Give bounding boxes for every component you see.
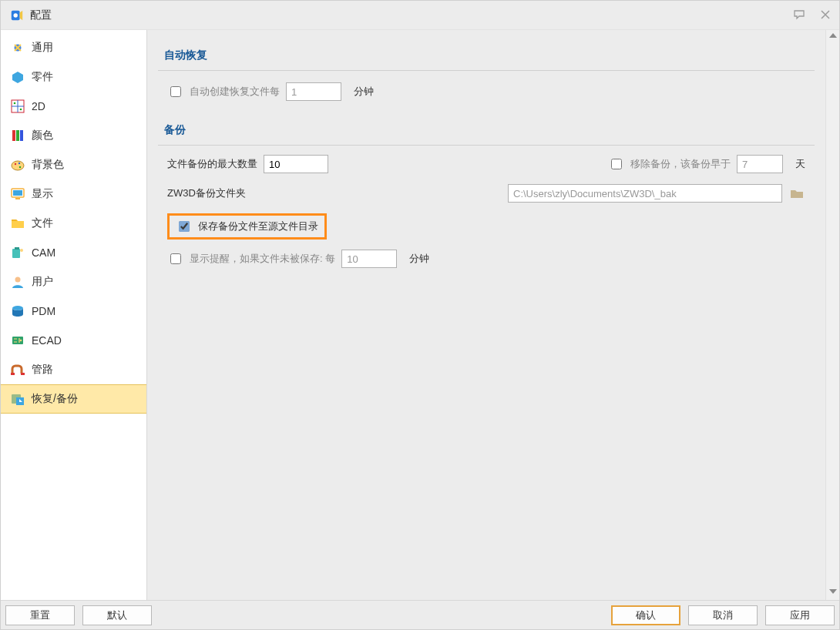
sidebar-item-pdm[interactable]: PDM <box>1 297 146 326</box>
sidebar-item-label: 恢复/备份 <box>32 392 78 406</box>
unit-label: 天 <box>795 157 805 171</box>
svg-rect-7 <box>16 130 19 141</box>
checkbox-remove-backup[interactable]: 移除备份，该备份早于 <box>608 156 731 172</box>
content-area: 自动恢复 自动创建恢复文件每 分钟 备份 <box>147 30 839 600</box>
sidebar-item-label: PDM <box>32 305 55 317</box>
svg-point-1 <box>14 13 18 17</box>
checkbox-label: 自动创建恢复文件每 <box>190 85 280 99</box>
ok-button[interactable]: 确认 <box>611 605 680 625</box>
reset-button[interactable]: 重置 <box>5 605 75 625</box>
palette-icon <box>10 128 25 143</box>
gear-icon <box>10 40 25 55</box>
remove-days-input[interactable] <box>737 155 783 173</box>
sidebar-item-part[interactable]: 零件 <box>1 62 146 92</box>
section-header-backup: 备份 <box>158 117 815 146</box>
checkbox-label: 保存备份文件至源文件目录 <box>198 219 318 233</box>
recover-icon <box>10 391 25 407</box>
svg-point-5 <box>20 109 22 111</box>
sidebar-item-recover-backup[interactable]: 恢复/备份 <box>1 384 146 414</box>
sidebar-item-user[interactable]: 用户 <box>1 267 146 297</box>
default-button[interactable]: 默认 <box>82 605 152 625</box>
backup-folder-label: ZW3D备份文件夹 <box>167 186 246 200</box>
part-icon <box>10 69 25 85</box>
checkbox-label: 显示提醒，如果文件未被保存: 每 <box>190 252 335 266</box>
sidebar: 通用 零件 2D 颜色 背景色 显示 <box>1 30 147 600</box>
checkbox-show-remind[interactable]: 显示提醒，如果文件未被保存: 每 <box>167 251 335 266</box>
sidebar-item-display[interactable]: 显示 <box>1 179 146 209</box>
sidebar-item-label: 零件 <box>32 70 53 84</box>
remind-interval-input[interactable] <box>341 250 397 268</box>
svg-point-17 <box>20 249 23 252</box>
highlighted-option: 保存备份文件至源文件目录 <box>167 213 327 240</box>
user-icon <box>10 274 25 290</box>
sidebar-item-label: 背景色 <box>32 158 64 172</box>
checkbox-input[interactable] <box>170 86 181 97</box>
sidebar-item-ecad[interactable]: ECAD <box>1 326 146 355</box>
pdm-icon <box>10 303 25 319</box>
sidebar-item-label: ECAD <box>32 334 62 347</box>
svg-rect-15 <box>15 198 20 199</box>
svg-rect-22 <box>11 373 15 375</box>
sidebar-item-label: 用户 <box>32 275 53 289</box>
svg-rect-8 <box>20 130 23 141</box>
section-header-auto-recover: 自动恢复 <box>158 42 815 71</box>
apply-button[interactable]: 应用 <box>765 605 835 625</box>
svg-point-4 <box>14 102 16 105</box>
sidebar-item-label: 显示 <box>32 187 53 201</box>
sidebar-item-label: 通用 <box>32 41 53 55</box>
sidebar-item-background[interactable]: 背景色 <box>1 150 146 179</box>
checkbox-input[interactable] <box>611 159 622 169</box>
max-backup-label: 文件备份的最大数量 <box>167 157 257 171</box>
ecad-icon <box>10 333 25 348</box>
unit-label: 分钟 <box>409 252 429 266</box>
svg-point-18 <box>15 277 21 283</box>
sidebar-item-label: 文件 <box>32 216 53 230</box>
monitor-icon <box>10 186 25 202</box>
title-bar: 配置 <box>1 1 839 30</box>
scroll-up-arrow-icon[interactable] <box>828 30 838 44</box>
sidebar-item-label: 管路 <box>32 363 53 377</box>
folder-icon <box>10 216 25 231</box>
svg-point-9 <box>12 161 24 170</box>
config-dialog: 配置 通用 零件 2D <box>0 0 840 630</box>
close-icon[interactable] <box>818 7 833 22</box>
sidebar-item-routing[interactable]: 管路 <box>1 355 146 384</box>
svg-rect-14 <box>13 190 22 196</box>
browse-folder-button[interactable] <box>788 186 805 200</box>
backup-folder-path-input[interactable] <box>508 184 782 203</box>
sidebar-item-general[interactable]: 通用 <box>1 33 146 62</box>
svg-point-19 <box>12 306 23 310</box>
checkbox-label: 移除备份，该备份早于 <box>630 157 731 171</box>
background-icon <box>10 157 25 173</box>
dialog-title: 配置 <box>30 8 52 22</box>
svg-point-10 <box>15 163 16 165</box>
svg-point-21 <box>20 340 22 342</box>
checkbox-auto-create-recover[interactable]: 自动创建恢复文件每 <box>167 84 280 99</box>
cam-icon <box>10 245 25 260</box>
svg-point-12 <box>19 166 21 168</box>
scroll-down-arrow-icon[interactable] <box>828 586 838 600</box>
sidebar-item-label: 2D <box>32 100 45 112</box>
sidebar-item-2d[interactable]: 2D <box>1 92 146 121</box>
checkbox-input[interactable] <box>170 253 181 264</box>
svg-rect-6 <box>12 130 15 141</box>
svg-point-11 <box>18 163 20 164</box>
sidebar-item-color[interactable]: 颜色 <box>1 121 146 150</box>
checkbox-save-to-source-dir[interactable]: 保存备份文件至源文件目录 <box>176 219 318 234</box>
cancel-button[interactable]: 取消 <box>688 605 758 625</box>
checkbox-input[interactable] <box>179 221 190 232</box>
sidebar-item-label: 颜色 <box>32 129 53 142</box>
unit-label: 分钟 <box>354 85 374 99</box>
recover-interval-input[interactable] <box>286 82 341 101</box>
pipe-icon <box>10 362 25 377</box>
comment-icon[interactable] <box>791 7 807 22</box>
svg-rect-16 <box>12 249 20 258</box>
svg-rect-23 <box>21 373 25 375</box>
sidebar-item-label: CAM <box>32 246 55 259</box>
sidebar-item-file[interactable]: 文件 <box>1 209 146 238</box>
sidebar-item-cam[interactable]: CAM <box>1 238 146 267</box>
dialog-footer: 重置 默认 确认 取消 应用 <box>1 600 839 629</box>
max-backup-input[interactable] <box>264 155 328 173</box>
grid-icon <box>10 99 25 114</box>
vertical-scrollbar[interactable] <box>825 30 839 600</box>
